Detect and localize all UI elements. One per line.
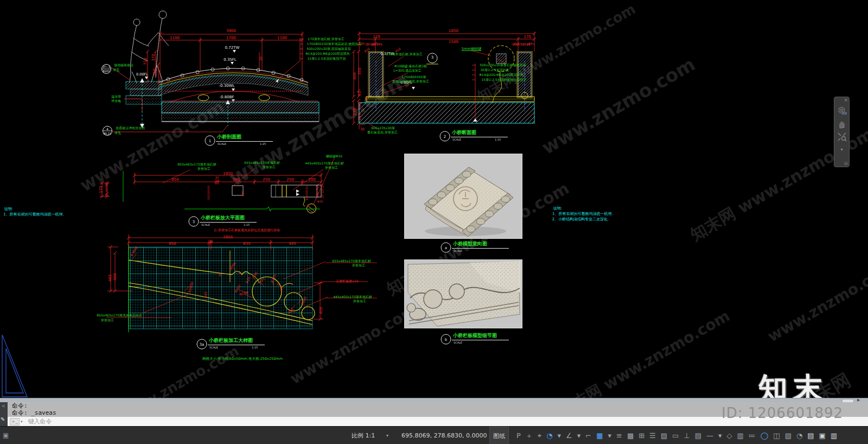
status-icon-grid-dropdown[interactable]: ▾ <box>608 432 611 439</box>
title-underline <box>216 141 273 142</box>
command-dropdown-icon[interactable]: ▾ <box>21 420 23 424</box>
znzmo-logo: 知末 <box>758 369 828 398</box>
drawing-title: 小桥栏板模型细节图 <box>453 333 497 338</box>
drawing-ref-circle: 1 <box>205 136 215 146</box>
status-icon-paper-toggle-p[interactable]: P <box>516 432 521 439</box>
status-icon-transparency[interactable]: ▨ <box>661 432 667 439</box>
status-icons: P＋⌖◔▾∠▾⌐▦▾≡▩⊞☰▨▭⊥▤—▾◇▥≔◯◫▧◔▤▣▥ <box>516 427 866 444</box>
scale-value: 1:15 <box>252 346 258 349</box>
status-icon-clean-screen[interactable]: ▣ <box>819 432 826 439</box>
collapse-icon[interactable]: < <box>2 404 5 409</box>
scrollbar-right-arrow-icon[interactable]: ▶ <box>857 398 860 402</box>
status-icon-selection-cycling[interactable]: ▭ <box>672 432 679 439</box>
scale-word: SCALE <box>201 224 210 226</box>
status-bar: ▣ 比例 1:1 ▾ 695.8069, 278.6830, 0.0000 图纸… <box>0 426 868 444</box>
coordinates-readout: 695.8069, 278.6830, 0.0000 <box>401 427 487 444</box>
drawing-ref-circle: 3 <box>189 217 199 227</box>
watermark-id: ID: 1206601892 <box>722 405 843 421</box>
status-icon-isolate-objects[interactable]: ▧ <box>785 432 792 439</box>
drawing-canvas[interactable]: www.znzmo.comwww.znzmo.com知末网 www.znzmo.… <box>0 0 868 398</box>
status-icon-dynamic-input[interactable]: ＋ <box>526 432 533 439</box>
title-underline <box>451 137 508 137</box>
command-input-placeholder[interactable]: 键入命令 <box>28 417 52 426</box>
status-icon-units[interactable]: ≔ <box>749 432 756 439</box>
title-underline <box>200 222 257 223</box>
autocad-window: www.znzmo.comwww.znzmo.com知末网 www.znzmo.… <box>0 0 868 444</box>
scale-value: 1:15 <box>244 224 250 226</box>
status-icon-ortho[interactable]: ⊥ <box>684 432 690 439</box>
status-icon-hatch-toggle[interactable]: ▩ <box>627 432 634 439</box>
drawing-ref-circle: a <box>441 243 451 253</box>
drawing-ref-circle: b <box>441 334 451 345</box>
navbar-more-icon[interactable]: ▾ <box>834 147 849 152</box>
command-rail[interactable]: < ✎ <box>0 402 8 426</box>
status-icon-annotation-dropdown[interactable]: ▾ <box>718 432 722 439</box>
status-icon-lock-ui[interactable]: ◫ <box>773 432 780 439</box>
drawing-title: 小桥剖面图 <box>217 135 241 139</box>
scale-value: 1:25 <box>260 143 266 145</box>
scale-word: SCALE <box>452 138 461 141</box>
status-left-icon[interactable]: ▣ <box>3 427 9 444</box>
status-icon-workspace[interactable]: ◇ <box>726 432 732 439</box>
status-icon-annotation-visibility[interactable]: ▤ <box>695 432 701 439</box>
drawing-title: 小桥断面图 <box>452 130 476 135</box>
annotation-scale-button[interactable]: 比例 1:1 <box>352 427 375 444</box>
status-icon-compass-dropdown[interactable]: ▾ <box>558 432 561 439</box>
status-icon-snap-mode[interactable]: ⌐ <box>585 432 591 439</box>
status-icon-grid[interactable]: ▦ <box>596 432 603 439</box>
navbar-close-icon[interactable]: × <box>844 97 848 103</box>
status-icon-autoscale[interactable]: — <box>706 432 713 439</box>
navbar-menu-icon[interactable]: ⊖ <box>844 161 848 166</box>
zoom-extents-icon[interactable] <box>837 132 847 142</box>
status-icon-customize[interactable]: ▤ <box>807 432 814 439</box>
drawing-title: 小桥栏板放大平面图 <box>201 215 245 220</box>
scale-word: SCALE <box>454 341 462 344</box>
status-icon-isodraft[interactable]: ∠ <box>566 432 572 439</box>
pencil-icon: ✎ <box>1 416 5 422</box>
status-icon-dynamic-ucs[interactable]: ⊞ <box>639 432 644 439</box>
command-prompt-icon: ＞_ <box>10 418 20 426</box>
status-icon-annotation-target[interactable]: ⌖ <box>538 432 541 439</box>
status-icon-object-track[interactable]: ≡ <box>616 432 622 439</box>
scale-word: SCALE <box>209 346 218 349</box>
status-icon-quick-properties[interactable]: ◯ <box>761 432 769 439</box>
drawing-ref-circle: 2 <box>440 131 450 142</box>
status-icon-compass[interactable]: ◔ <box>546 432 552 439</box>
wheel-2d-label: 2D <box>842 111 847 115</box>
drawing-ref-circle: 3a <box>197 339 207 350</box>
paper-space-button[interactable]: 图纸 <box>489 427 509 444</box>
status-icon-lineweight[interactable]: ☰ <box>649 432 656 439</box>
drawing-title: 小桥栏板加工大样图 <box>209 338 253 343</box>
scale-word: SCALE <box>454 250 462 252</box>
status-icon-graphics-performance[interactable]: ◔ <box>796 432 802 439</box>
title-underline <box>452 248 509 249</box>
status-icon-annotation-monitor[interactable]: ▥ <box>737 432 743 439</box>
status-icon-isodraft-dropdown[interactable]: ▾ <box>577 432 581 439</box>
pan-hand-icon[interactable] <box>838 120 846 129</box>
scale-value: 1:10 <box>495 138 501 141</box>
title-layer: 1小桥剖面图SCALE1:252小桥断面图SCALE1:103小桥栏板放大平面图… <box>0 0 868 398</box>
drawing-title: 小桥模型意向图 <box>453 242 487 246</box>
navigation-bar[interactable]: × ◎ 2D ▾ ⊖ <box>834 97 850 167</box>
scale-dropdown-icon[interactable]: ▾ <box>386 427 388 444</box>
title-underline <box>208 345 265 345</box>
status-icon-clipboard[interactable]: ▥ <box>831 432 837 439</box>
scale-word: SCALE <box>218 143 226 145</box>
title-underline <box>452 340 509 340</box>
